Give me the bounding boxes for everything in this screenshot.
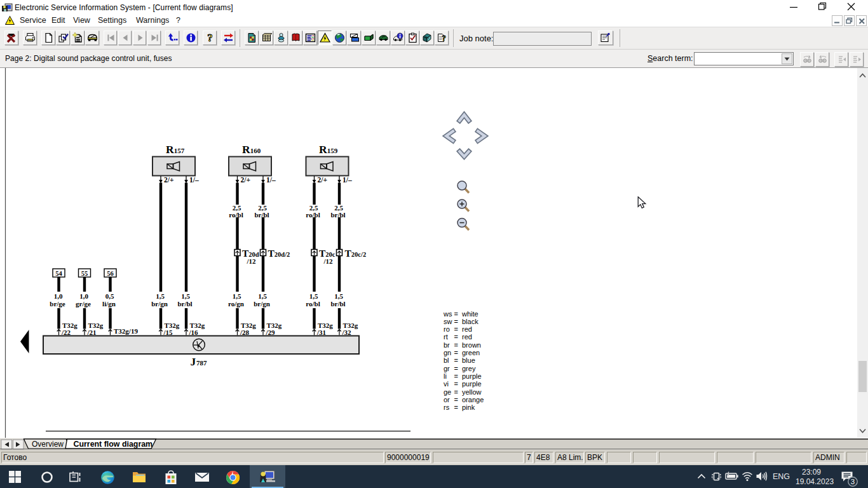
svg-text:1,5: 1,5 bbox=[181, 292, 190, 300]
svg-text:rt: rt bbox=[444, 333, 448, 341]
svg-text:ro/bl: ro/bl bbox=[306, 300, 320, 308]
svg-text:3: 3 bbox=[851, 478, 855, 485]
svg-text:2/+: 2/+ bbox=[241, 176, 251, 184]
svg-text:?: ? bbox=[442, 33, 446, 43]
svg-text:56: 56 bbox=[107, 270, 114, 277]
svg-text:purple: purple bbox=[462, 380, 482, 388]
svg-text:1,5: 1,5 bbox=[309, 292, 318, 300]
svg-text:=: = bbox=[454, 403, 458, 411]
svg-text:=: = bbox=[454, 372, 458, 380]
svg-text:gr/ge: gr/ge bbox=[76, 300, 91, 308]
svg-text:purple: purple bbox=[462, 372, 482, 380]
svg-text:/16: /16 bbox=[189, 329, 199, 336]
svg-text:ro/bl: ro/bl bbox=[229, 211, 243, 219]
svg-text:grey: grey bbox=[462, 365, 476, 372]
svg-text:1,5: 1,5 bbox=[233, 292, 241, 300]
svg-text:/29: /29 bbox=[266, 329, 276, 336]
svg-text:R159: R159 bbox=[319, 143, 338, 156]
svg-text:=: = bbox=[454, 349, 458, 356]
svg-text:/31: /31 bbox=[316, 329, 326, 336]
svg-text:gn: gn bbox=[444, 349, 451, 356]
svg-text:?: ? bbox=[207, 32, 213, 43]
svg-text:54: 54 bbox=[55, 270, 62, 277]
svg-text:T32g/19: T32g/19 bbox=[114, 327, 138, 335]
svg-text:=: = bbox=[454, 333, 458, 341]
svg-text:blue: blue bbox=[462, 356, 475, 364]
svg-text:br/gn: br/gn bbox=[151, 300, 168, 308]
svg-text:T20d/2: T20d/2 bbox=[268, 248, 290, 259]
svg-text:br/bl: br/bl bbox=[330, 211, 345, 219]
svg-text:or: or bbox=[444, 396, 450, 403]
svg-text:brown: brown bbox=[462, 341, 481, 349]
svg-text:787: 787 bbox=[196, 359, 207, 367]
svg-text:ws: ws bbox=[443, 310, 452, 318]
svg-text:red: red bbox=[462, 333, 472, 341]
svg-text:=: = bbox=[454, 356, 458, 364]
svg-text:ro: ro bbox=[444, 325, 450, 333]
svg-text:orange: orange bbox=[462, 396, 484, 403]
svg-text:=: = bbox=[454, 318, 458, 325]
svg-text:ro/bl: ro/bl bbox=[306, 211, 320, 219]
svg-text:br/bl: br/bl bbox=[330, 300, 345, 308]
svg-text:1,5: 1,5 bbox=[156, 292, 165, 300]
svg-text:1/–: 1/– bbox=[342, 176, 352, 184]
svg-text:gr: gr bbox=[444, 365, 450, 372]
svg-text:br: br bbox=[444, 341, 450, 349]
svg-text:=: = bbox=[454, 310, 458, 318]
svg-text:R160: R160 bbox=[242, 143, 261, 156]
svg-text:sw: sw bbox=[444, 318, 452, 325]
svg-text:0,5: 0,5 bbox=[105, 292, 114, 300]
svg-text:2/+: 2/+ bbox=[318, 176, 328, 184]
svg-text:1,5: 1,5 bbox=[258, 292, 267, 300]
svg-text:/32: /32 bbox=[342, 329, 352, 336]
svg-text:red: red bbox=[462, 325, 472, 333]
svg-text:pink: pink bbox=[462, 403, 475, 411]
svg-text:black: black bbox=[462, 318, 478, 325]
svg-text:/22: /22 bbox=[61, 329, 71, 336]
svg-text:/21: /21 bbox=[87, 329, 97, 336]
svg-text:1/–: 1/– bbox=[266, 176, 276, 184]
svg-text:br/ge: br/ge bbox=[50, 300, 65, 308]
svg-text:J: J bbox=[191, 355, 196, 368]
svg-text:br/bl: br/bl bbox=[254, 211, 269, 219]
svg-text:vi: vi bbox=[444, 380, 449, 388]
svg-text:br/gn: br/gn bbox=[254, 300, 270, 308]
svg-text:R157: R157 bbox=[166, 143, 185, 156]
svg-text:li: li bbox=[444, 372, 447, 380]
svg-text:Current flow diagram: Current flow diagram bbox=[74, 440, 153, 449]
svg-text:ro/gn: ro/gn bbox=[228, 300, 244, 308]
svg-text:/15: /15 bbox=[163, 329, 173, 336]
svg-text:Overview: Overview bbox=[32, 440, 64, 449]
svg-text:=: = bbox=[454, 365, 458, 372]
svg-text:=: = bbox=[454, 341, 458, 349]
svg-text:=: = bbox=[454, 325, 458, 333]
svg-text:1,0: 1,0 bbox=[79, 292, 88, 300]
svg-text:ge: ge bbox=[444, 388, 451, 396]
svg-text:T20c/2: T20c/2 bbox=[345, 248, 367, 259]
svg-text:bl: bl bbox=[444, 356, 449, 364]
svg-text:=: = bbox=[454, 396, 458, 403]
svg-text:white: white bbox=[461, 310, 478, 318]
svg-text:2/+: 2/+ bbox=[164, 176, 174, 184]
svg-text:1,5: 1,5 bbox=[334, 292, 343, 300]
svg-text:=: = bbox=[454, 380, 458, 388]
svg-text:55: 55 bbox=[81, 270, 88, 277]
svg-text:/12: /12 bbox=[247, 257, 257, 265]
svg-text:yellow: yellow bbox=[462, 388, 482, 396]
svg-text:1,0: 1,0 bbox=[54, 292, 63, 300]
svg-text:green: green bbox=[462, 349, 480, 356]
svg-text:br/bl: br/bl bbox=[177, 300, 192, 308]
svg-text:1/–: 1/– bbox=[189, 176, 199, 184]
svg-text:li/gn: li/gn bbox=[102, 300, 116, 308]
svg-text:/28: /28 bbox=[240, 329, 250, 336]
svg-text:rs: rs bbox=[444, 403, 450, 411]
svg-text:=: = bbox=[454, 388, 458, 396]
svg-text:/12: /12 bbox=[323, 257, 334, 265]
